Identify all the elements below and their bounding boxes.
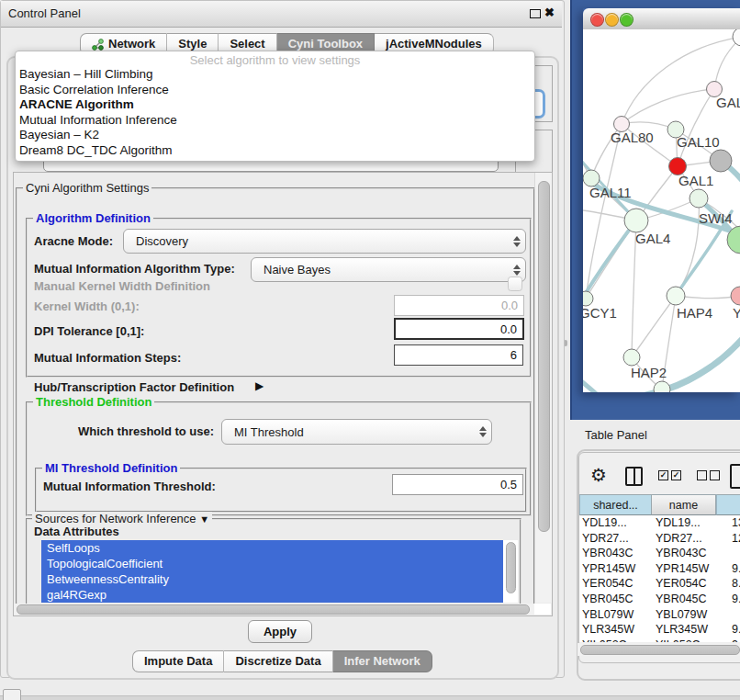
algorithm-option-mutual-information-inference[interactable]: Mutual Information Inference — [16, 113, 534, 129]
algorithm-definition-title: Algorithm Definition — [33, 211, 153, 225]
column-header-a[interactable]: A... — [716, 494, 740, 515]
zoom-traffic-light-icon[interactable] — [620, 13, 633, 27]
mi-steps-field[interactable]: 6 — [394, 344, 523, 366]
network-node[interactable] — [583, 291, 593, 306]
gear-icon[interactable]: ⚙ — [590, 464, 607, 486]
table-row[interactable]: YBR043CYBR043C — [579, 546, 740, 561]
float-window-icon[interactable] — [530, 9, 541, 18]
settings-vscrollbar-thumb[interactable] — [538, 181, 550, 532]
minimize-traffic-light-icon[interactable] — [605, 13, 619, 27]
network-edge — [714, 37, 740, 89]
combo-spinner-icon — [509, 236, 525, 247]
data-attributes-list[interactable]: SelfLoopsTopologicalCoefficientBetweenne… — [41, 540, 518, 603]
network-icon — [92, 39, 104, 51]
network-window-titlebar[interactable] — [583, 8, 740, 30]
algorithm-dropdown[interactable]: Select algorithm to view settings Bayesi… — [15, 51, 535, 162]
node-label: GAL1 — [678, 173, 713, 188]
attribute-item-betweennesscentrality[interactable]: BetweennessCentrality — [41, 571, 518, 587]
network-canvas[interactable]: GALGAL80GAL10GAL1GAL11SWI4GAL4GCY1HAP4YH… — [583, 29, 740, 392]
columns-icon[interactable] — [625, 467, 643, 486]
network-node[interactable] — [667, 287, 685, 305]
mi-type-label: Mutual Information Algorithm Type: — [34, 262, 235, 276]
dpi-tolerance-field[interactable]: 0.0 — [394, 318, 524, 340]
algorithm-option-basic-correlation-inference[interactable]: Basic Correlation Inference — [16, 83, 534, 98]
network-node[interactable] — [710, 150, 732, 172]
kernel-width-field[interactable]: 0.0 — [394, 295, 524, 316]
column-header-name[interactable]: name — [652, 494, 716, 515]
attributes-scrollbar-track[interactable] — [503, 540, 518, 603]
node-label: Y — [733, 305, 740, 321]
network-node[interactable] — [654, 381, 670, 392]
table-row[interactable]: YLR345WYLR345W9. — [579, 622, 740, 638]
table-row[interactable]: YIL052CYIL052C9 — [579, 638, 740, 642]
cell: YBR043C — [582, 547, 633, 559]
minimized-panel-icon[interactable] — [3, 689, 21, 700]
which-threshold-combo[interactable]: MI Threshold — [221, 419, 492, 445]
attribute-item-topologicalcoefficient[interactable]: TopologicalCoefficient — [41, 556, 518, 571]
tab-infer-network[interactable]: Infer Network — [333, 650, 432, 672]
close-traffic-light-icon[interactable] — [590, 13, 604, 27]
attribute-item-gal4rgexp[interactable]: gal4RGexp — [41, 587, 518, 603]
table-row[interactable]: YER054CYER054C8. — [579, 576, 740, 592]
settings-hscrollbar-track[interactable] — [14, 604, 534, 615]
hide-columns-icon[interactable] — [697, 470, 720, 480]
cell: 13 — [732, 516, 740, 529]
dpi-tolerance-label: DPI Tolerance [0,1]: — [34, 324, 144, 338]
attribute-item-selfloops[interactable]: SelfLoops — [41, 540, 518, 556]
cell: 9. — [732, 623, 740, 636]
node-label: GAL10 — [677, 134, 720, 150]
table-row[interactable]: YBL079WYBL079W — [579, 607, 740, 623]
algorithm-option-bayesian-hill-climbing[interactable]: Bayesian – Hill Climbing — [16, 67, 534, 83]
cell: YDL19... — [582, 516, 627, 529]
mi-threshold-field[interactable]: 0.5 — [392, 474, 523, 495]
mi-type-value: Naive Bayes — [252, 263, 509, 277]
manual-kernel-checkbox[interactable] — [508, 277, 522, 291]
column-header-shared[interactable]: shared... — [579, 494, 652, 515]
apply-button[interactable]: Apply — [248, 620, 312, 643]
table-row[interactable]: YBR045CYBR045C9. — [579, 592, 740, 607]
tab-impute-data[interactable]: Impute Data — [132, 650, 224, 672]
control-panel-title: Control Panel — [8, 6, 81, 20]
hub-section-label[interactable]: Hub/Transcription Factor Definition — [34, 380, 234, 394]
algorithm-option-dream8-dc-tdc-algorithm[interactable]: Dream8 DC_TDC Algorithm — [16, 143, 534, 159]
cell: YDR27... — [656, 532, 702, 545]
settings-vscrollbar-track[interactable] — [534, 173, 552, 603]
attributes-scrollbar-thumb[interactable] — [506, 542, 516, 593]
cell: YDL19... — [656, 516, 701, 529]
cell: 9. — [732, 593, 740, 605]
close-icon[interactable]: ✖ — [544, 6, 555, 19]
checked-box-icon: ✓ — [658, 470, 668, 480]
cell: YPR145W — [656, 562, 709, 575]
control-panel-titlebar[interactable]: Control Panel ✖ — [1, 1, 562, 28]
network-edge — [632, 296, 676, 357]
threshold-definition-title: Threshold Definition — [33, 395, 154, 409]
algorithm-option-bayesian-k2[interactable]: Bayesian – K2 — [16, 128, 534, 143]
node-label: GAL80 — [611, 130, 654, 145]
mi-type-combo[interactable]: Naive Bayes — [251, 257, 526, 282]
table-row[interactable]: YDR27...YDR27...12 — [579, 531, 740, 547]
table-row[interactable]: YDL19...YDL19...13 — [579, 515, 740, 531]
show-columns-icon[interactable]: ✓ ✓ — [658, 470, 681, 480]
table-row[interactable]: YPR145WYPR145W9. — [579, 561, 740, 577]
aracne-mode-combo[interactable]: Discovery — [123, 229, 526, 254]
cell: 9. — [732, 562, 740, 575]
network-node[interactable] — [731, 287, 740, 305]
network-node[interactable] — [623, 349, 640, 366]
network-node[interactable] — [624, 209, 648, 232]
sources-group-title[interactable]: Sources for Network Inference ▼ — [32, 512, 212, 525]
expand-right-icon[interactable]: ▶ — [255, 379, 263, 392]
collapse-down-icon[interactable]: ▼ — [199, 514, 209, 525]
cell: YLR345W — [582, 623, 634, 636]
settings-hscrollbar-thumb[interactable] — [17, 604, 530, 615]
page-icon[interactable] — [730, 464, 740, 489]
cell: 9 — [732, 638, 738, 642]
table-hscrollbar-track[interactable] — [577, 643, 740, 656]
kernel-width-label: Kernel Width (0,1): — [34, 299, 140, 313]
bottom-status-bar — [0, 695, 740, 700]
network-node[interactable] — [733, 29, 740, 46]
table-hscrollbar-thumb[interactable] — [580, 645, 740, 655]
algorithm-option-aracne-algorithm[interactable]: ARACNE Algorithm — [16, 97, 534, 113]
network-node[interactable] — [690, 189, 708, 208]
tab-discretize-data[interactable]: Discretize Data — [224, 650, 332, 672]
node-label: GAL11 — [589, 185, 632, 200]
